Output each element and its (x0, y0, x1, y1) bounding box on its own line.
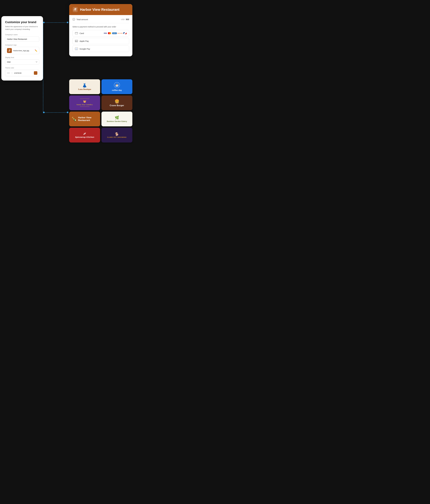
brand-tile-bamboo[interactable]: 🌿 Bamboo Garden Eatery (101, 112, 132, 126)
amex-icon: AMEX (112, 32, 117, 34)
harbor-text: Harbor View Restaurant (78, 116, 98, 122)
bamboo-plant-icon: 🌿 (115, 116, 119, 120)
svg-rect-7 (75, 32, 78, 34)
hex-label: HEX (7, 72, 10, 74)
payment-option-googlepay[interactable]: G Google Pay (72, 45, 129, 52)
customize-panel: Customize your brand Select the appearan… (1, 16, 43, 81)
laundry-divider-bottom (80, 107, 89, 107)
harbor-content: 🍾 Harbor View Restaurant (69, 116, 100, 122)
luna-text: Luna Boutique (78, 88, 91, 90)
coffee-text: coffee day (112, 89, 122, 91)
connector-vertical-line (43, 22, 43, 113)
bamboo-content: 🌿 Bamboo Garden Eatery (107, 116, 127, 122)
luna-content: 👗 Luna Boutique (78, 83, 91, 90)
brand-tile-burger[interactable]: 🍔 Crave Burger (101, 95, 132, 110)
burger-text: Crave Burger (110, 104, 124, 107)
coffee-cup-icon: ☕ (114, 82, 120, 88)
svg-point-2 (10, 49, 10, 50)
total-left: $ Total amount (72, 18, 88, 21)
total-label: Total amount (77, 18, 88, 21)
connector-top-left-dot (43, 22, 45, 23)
brand-tile-harbor[interactable]: 🍾 Harbor View Restaurant (69, 112, 100, 126)
discover-icon: DISCOVER (117, 33, 123, 34)
color-swatch[interactable] (34, 71, 37, 75)
color-field-container[interactable]: HEX | #AE581B (5, 70, 39, 76)
theme-color-label: Theme color (5, 67, 39, 69)
company-logo-label: Company's logo (5, 44, 39, 46)
checkout-title: Harbor View Restaurant (80, 8, 119, 12)
restaurant-icon (72, 7, 78, 12)
total-amount-area: USD 322 (121, 18, 129, 21)
card-brands: VISA AMEX DISCOVER JCB (104, 32, 127, 34)
spice-content: 🌶 Spicewrap Kitchen (75, 132, 94, 138)
font-select[interactable]: Inter (5, 59, 39, 64)
panel-title: Customize your brand (5, 20, 39, 24)
laundry-text: Sunny Day Laundry (77, 104, 93, 106)
connector-bottom-left-dot (43, 112, 45, 113)
theme-color-field: Theme color HEX | #AE581B (5, 67, 39, 76)
total-amount: 322 (126, 18, 129, 20)
total-currency: USD (121, 18, 124, 20)
burger-content: 🍔 Crave Burger (110, 99, 124, 107)
card-icon (75, 32, 78, 34)
checkout-card: Harbor View Restaurant $ Total amount US… (69, 4, 132, 56)
luna-dress-icon: 👗 (82, 83, 87, 88)
connector-top-line (43, 22, 68, 23)
logo-filename: Harborview_logo.jpg (13, 50, 33, 52)
coffee-content: ☕ coffee day (112, 82, 122, 91)
connector-top-right-dot (67, 22, 68, 23)
payment-prompt: Select a payment method to proceed with … (72, 26, 129, 28)
svg-point-0 (9, 50, 10, 50)
brand-tile-spice[interactable]: 🌶 Spicewrap Kitchen (69, 128, 100, 143)
logo-thumbnail (7, 48, 12, 53)
checkout-header: Harbor View Restaurant (69, 4, 132, 15)
googlepay-label: Google Pay (79, 48, 127, 50)
svg-text:G: G (76, 48, 77, 50)
mastercard-icon (107, 32, 112, 34)
company-name-label: Company's name (5, 34, 39, 36)
spice-pepper-icon: 🌶 (83, 132, 86, 135)
burger-icon: 🍔 (115, 99, 119, 104)
brand-tile-claws[interactable]: 🐕 Claws Pet Grooming (101, 128, 132, 143)
svg-text:PAY: PAY (75, 40, 78, 42)
svg-rect-1 (10, 50, 10, 51)
hex-value: #AE581B (14, 72, 33, 74)
card-label: Card (79, 32, 102, 34)
panel-subtitle: Select the appearance of your checkout t… (5, 25, 39, 30)
laundry-content: 🧺 Sunny Day Laundry (77, 99, 93, 107)
payment-option-applepay[interactable]: PAY Apple Pay (72, 38, 129, 44)
brand-tiles-area: 👗 Luna Boutique ☕ coffee day 🧺 Sunny Day… (69, 79, 132, 143)
company-name-input[interactable] (5, 36, 39, 42)
checkout-body: $ Total amount USD 322 Select a payment … (69, 15, 132, 56)
googlepay-icon: G (75, 48, 78, 50)
edit-logo-icon[interactable]: ✏️ (35, 49, 37, 52)
applepay-icon: PAY (75, 40, 78, 42)
claws-dog-icon: 🐕 (115, 132, 119, 136)
applepay-label: Apple Pay (79, 40, 127, 42)
company-logo-field: Company's logo Harborview_logo.jpg ✏️ (5, 44, 39, 54)
logo-field-container[interactable]: Harborview_logo.jpg ✏️ (5, 47, 39, 54)
claws-text: Claws Pet Grooming (107, 137, 127, 138)
jcb-icon: JCB (123, 32, 127, 34)
display-font-label: Display front (5, 57, 39, 58)
connector-bottom-right-dot (67, 112, 68, 113)
dollar-circle-icon: $ (72, 18, 75, 21)
brand-tile-coffee[interactable]: ☕ coffee day (101, 79, 132, 94)
payment-option-card[interactable]: Card VISA AMEX DISCOVER JCB (72, 30, 129, 36)
hex-divider: | (12, 72, 12, 74)
visa-icon: VISA (104, 32, 107, 34)
connector-bottom-line (43, 112, 68, 113)
bamboo-text: Bamboo Garden Eatery (107, 120, 127, 122)
brand-tile-laundry[interactable]: 🧺 Sunny Day Laundry (69, 95, 100, 110)
svg-text:$: $ (73, 18, 74, 20)
display-font-field: Display front Inter (5, 57, 39, 67)
harbor-bottle-icon: 🍾 (71, 117, 77, 121)
claws-content: 🐕 Claws Pet Grooming (107, 132, 127, 138)
company-name-field: Company's name (5, 34, 39, 44)
brand-tile-luna[interactable]: 👗 Luna Boutique (69, 79, 100, 94)
brand-tiles-grid: 👗 Luna Boutique ☕ coffee day 🧺 Sunny Day… (69, 79, 132, 143)
laundry-machine-icon: 🧺 (83, 100, 86, 103)
total-row: $ Total amount USD 322 (72, 18, 129, 23)
spice-text: Spicewrap Kitchen (75, 136, 94, 138)
